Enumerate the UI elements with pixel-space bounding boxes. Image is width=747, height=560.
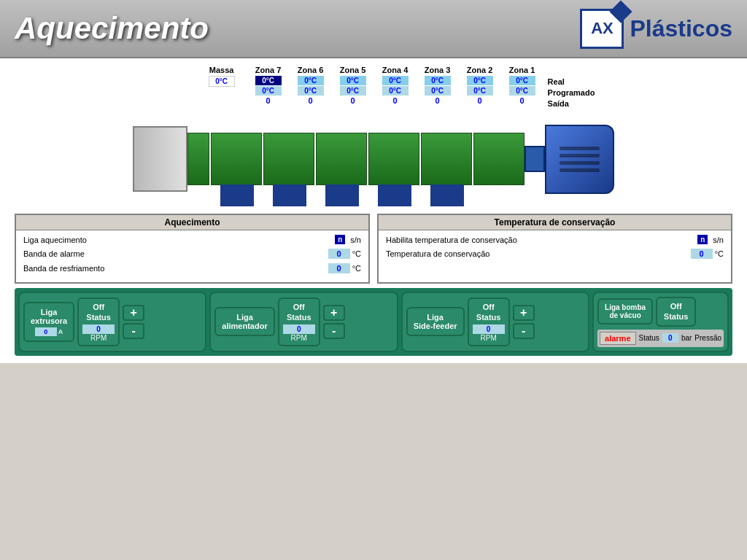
zone5-real: 0°C [340,76,366,85]
extruder-assembly [133,125,614,194]
zone-col-7: Zona 7 0°C 0°C 0 [247,66,290,105]
drive-alimentador: Ligaalimentador Off Status 0 RPM + - [209,292,398,352]
bomba-status-box: Off Status [656,297,696,327]
liga-aquecimento-unit: s/n [350,236,361,244]
banda-resfriamento-value[interactable]: 0 [328,263,350,273]
barrel-seg-1 [211,133,262,185]
conservacao-panel-content: Habilita temperatura de conservação n s/… [379,230,731,268]
main-content: Massa 0°C Zona 7 0°C 0°C 0 Zona 6 0°C 0°… [0,58,747,363]
barrel-seg-6 [473,133,525,185]
alimentador-off-line2: Status [287,312,311,322]
zone-col-4: Zona 4 0°C 0°C 0 [374,66,417,105]
zone3-label: Zona 3 [425,66,450,74]
fin-5 [430,184,464,206]
alimentador-status-box: Off Status 0 RPM [278,298,320,346]
extrusora-rpm-label: RPM [82,334,115,342]
liga-alimentador-label: Ligaalimentador [222,313,267,330]
zone3-saida: 0 [436,96,440,105]
sidefeeder-off-line2: Status [476,312,501,322]
logo-area: AX Plásticos [580,9,732,49]
sidefeeder-pm-col: + - [513,305,535,339]
zone1-prog: 0°C [509,86,535,96]
motor-connector [525,146,545,172]
zone6-real: 0°C [298,76,324,85]
extrusora-minus-button[interactable]: - [123,323,144,339]
zone7-real: 0°C [255,76,282,85]
extrusora-amp-value: 0 [35,327,57,336]
legend-real: Real [548,77,565,86]
zone-col-5: Zona 5 0°C 0°C 0 [332,66,374,105]
sidefeeder-minus-button[interactable]: - [513,323,535,339]
control-panels: Aquecimento Liga aquecimento n s/n Banda… [15,214,732,284]
bomba-vacuo-panel: Liga bombade vácuo Off Status alarme Sta… [592,292,729,352]
habilita-label: Habilita temperatura de conservação [386,236,517,244]
header: Aquecimento AX Plásticos [0,0,747,58]
banda-alarme-unit: °C [352,249,361,258]
zone5-prog: 0°C [340,86,366,96]
zone2-prog: 0°C [467,86,493,96]
liga-bomba-button[interactable]: Liga bombade vácuo [597,298,653,324]
zone6-label: Zona 6 [298,66,323,74]
fin-1 [220,184,254,206]
aquecimento-panel-header: Aquecimento [16,215,368,230]
banda-alarme-value[interactable]: 0 [328,249,350,259]
liga-alimentador-button[interactable]: Ligaalimentador [214,307,274,336]
barrel-seg-2 [263,133,314,185]
alimentador-plus-button[interactable]: + [323,305,345,321]
sidefeeder-status-box: Off Status 0 RPM [468,298,510,346]
zone7-saida: 0 [266,96,271,105]
motor-line [560,161,600,165]
habilita-row: Habilita temperatura de conservação n s/… [386,235,724,244]
sidefeeder-plus-button[interactable]: + [513,305,535,321]
alimentador-off-line1: Off [293,302,305,312]
habilita-unit: s/n [713,236,724,244]
habilita-value[interactable]: n [697,235,708,244]
zone1-label: Zona 1 [509,66,535,74]
alimentador-minus-button[interactable]: - [323,323,345,339]
bomba-off-line2: Status [664,311,689,322]
bomba-off-line1: Off [670,301,682,311]
alimentador-rpm-label: RPM [283,334,315,342]
zone-col-massa: Massa 0°C [196,66,247,87]
alarme-row: alarme Status 0 bar Pressão [597,330,724,347]
zone7-prog: 0°C [255,86,282,96]
liga-aquecimento-label: Liga aquecimento [23,236,87,244]
extrusora-plus-button[interactable]: + [123,305,144,321]
extrusora-rpm-value: 0 [82,324,115,334]
barrel-seg-3 [316,133,367,185]
fin-4 [378,184,411,206]
zone3-real: 0°C [425,76,451,85]
alimentador-off-status: Off Status [283,302,315,323]
banda-resfriamento-unit: °C [352,264,361,273]
motor-line [560,147,600,150]
bar-unit: bar [681,334,692,342]
hopper [133,126,187,192]
alarme-button[interactable]: alarme [600,332,635,345]
bomba-top-row: Liga bombade vácuo Off Status [597,297,724,327]
logo-box: AX [580,9,624,49]
motor-line [560,168,600,172]
extruder-illustration [15,112,732,206]
barrel-seg-0 [187,133,209,185]
zone6-saida: 0 [309,96,313,105]
zone2-label: Zona 2 [467,66,492,74]
conservacao-temp-value[interactable]: 0 [691,249,713,259]
liga-extrusora-label: Ligaextrusora [31,308,67,325]
conservacao-panel: Temperatura de conservação Habilita temp… [377,214,732,284]
liga-extrusora-button[interactable]: Ligaextrusora 0 A [23,302,74,342]
zone4-saida: 0 [393,96,398,105]
zone4-label: Zona 4 [382,66,408,74]
zone2-saida: 0 [478,96,482,105]
logo-ax: AX [591,19,614,38]
logo-plasticos: Plásticos [630,15,732,42]
alimentador-rpm-value: 0 [283,324,315,334]
alimentador-pm-col: + - [323,305,345,339]
conservacao-panel-header: Temperatura de conservação [379,215,731,230]
aquecimento-panel: Aquecimento Liga aquecimento n s/n Banda… [15,214,370,284]
liga-sidefeeder-button[interactable]: LigaSide-feeder [406,307,465,336]
liga-aquecimento-value[interactable]: n [335,235,345,244]
fin-3 [325,184,359,206]
barrel [187,133,525,185]
banda-alarme-label: Banda de alarme [23,249,85,258]
pressao-label: Pressão [694,334,721,342]
